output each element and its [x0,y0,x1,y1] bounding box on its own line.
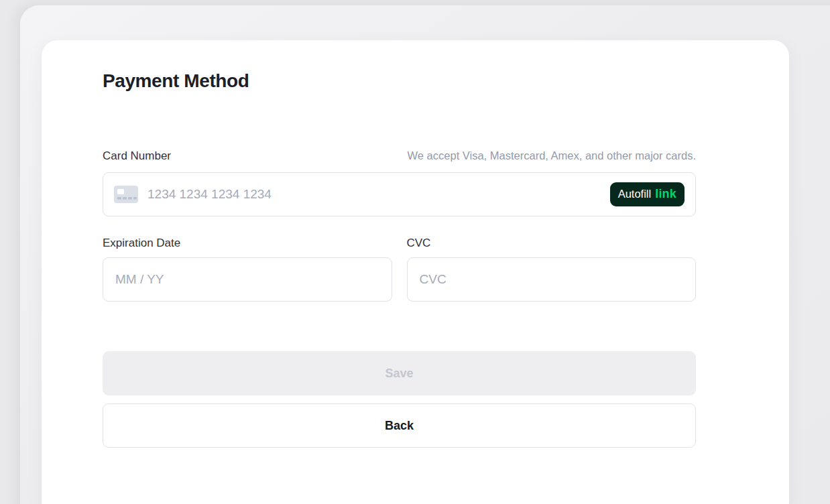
expiration-input[interactable] [115,258,379,301]
cvc-label: CVC [407,236,697,250]
autofill-label: Autofill [618,188,652,200]
cvc-input[interactable] [420,258,684,301]
card-number-label-row: Card Number We accept Visa, Mastercard, … [103,149,696,163]
expiration-field[interactable] [103,257,392,302]
card-number-input[interactable] [147,173,610,216]
expiration-label: Expiration Date [103,236,392,250]
back-button[interactable]: Back [103,403,696,448]
save-button[interactable]: Save [103,351,696,395]
cvc-field[interactable] [407,257,697,302]
expiration-column: Expiration Date [103,216,392,302]
payment-form: Payment Method Card Number We accept Vis… [103,40,696,448]
cvc-column: CVC [407,216,697,302]
autofill-link-button[interactable]: Autofill link [610,182,685,206]
page-title: Payment Method [103,70,696,92]
payment-method-card: Payment Method Card Number We accept Vis… [42,40,789,504]
card-number-field[interactable]: Autofill link [103,172,696,216]
accepted-cards-hint: We accept Visa, Mastercard, Amex, and ot… [408,149,696,162]
link-brand-label: link [655,187,676,201]
expiration-cvc-row: Expiration Date CVC [103,216,696,302]
credit-card-icon [114,186,138,203]
card-number-label: Card Number [103,149,171,163]
